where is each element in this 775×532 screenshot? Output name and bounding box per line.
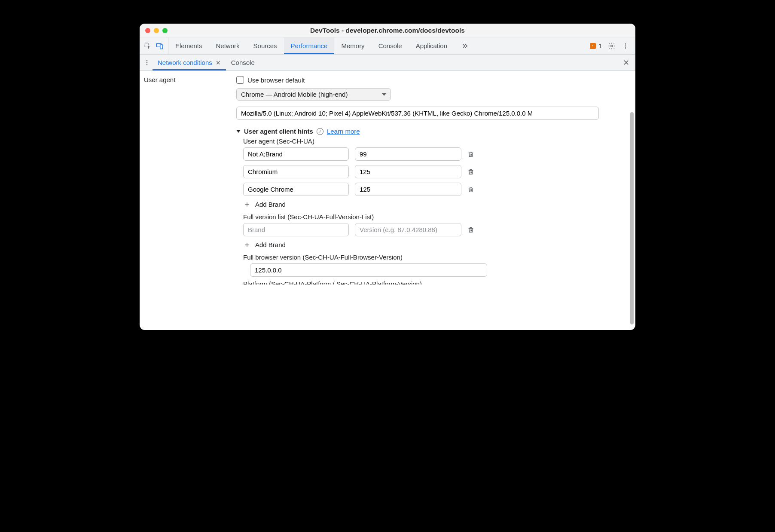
full-browser-version-label: Full browser version (Sec-CH-UA-Full-Bro… [243,254,601,261]
panel-tabs: Elements Network Sources Performance Mem… [168,37,476,54]
add-brand-label: Add Brand [255,241,286,248]
devtools-window: DevTools - developer.chrome.com/docs/dev… [140,24,635,330]
tab-performance[interactable]: Performance [284,37,335,54]
svg-point-8 [146,60,148,61]
delete-row-icon[interactable] [467,226,475,234]
drawer-tab-label: Network conditions [158,59,212,66]
svg-rect-2 [160,45,163,49]
drawer-tab-network-conditions[interactable]: Network conditions ✕ [153,55,226,70]
device-toolbar-icon[interactable] [156,42,164,50]
delete-row-icon[interactable] [467,168,475,176]
user-agent-select-value: Chrome — Android Mobile (high-end) [241,91,348,98]
more-options-icon[interactable] [622,42,629,50]
tab-network[interactable]: Network [209,37,247,54]
plus-icon: ＋ [243,200,251,208]
brand-name-input[interactable] [243,165,349,178]
partial-next-section: Platform (Sec-CH-UA-Platform / Sec-CH-UA… [243,280,601,284]
minimize-window-button[interactable] [154,28,159,33]
add-brand-button-fv[interactable]: ＋ Add Brand [243,241,601,248]
sec-ch-ua-label: User agent (Sec-CH-UA) [243,138,601,145]
main-tabstrip: Elements Network Sources Performance Mem… [140,37,635,55]
delete-row-icon[interactable] [467,150,475,158]
close-drawer-icon[interactable]: ✕ [620,58,632,67]
full-browser-version-input[interactable] [250,263,487,277]
drawer-more-icon[interactable] [141,59,153,66]
client-hints-title: User agent client hints [244,128,313,135]
issues-badge[interactable]: 1 [590,43,602,49]
user-agent-select[interactable]: Chrome — Android Mobile (high-end) [236,88,391,101]
issue-icon [590,43,596,49]
user-agent-string-input[interactable] [236,107,599,120]
section-label: User agent [140,71,236,330]
svg-point-9 [146,62,148,63]
brand-row [243,183,601,196]
titlebar: DevTools - developer.chrome.com/docs/dev… [140,24,635,37]
delete-row-icon[interactable] [467,186,475,193]
drawer-tab-console[interactable]: Console [226,55,260,70]
tab-elements[interactable]: Elements [168,37,209,54]
brand-version-input[interactable] [355,147,461,161]
issues-count: 1 [598,43,602,49]
inspect-element-icon[interactable] [144,42,152,50]
learn-more-link[interactable]: Learn more [327,128,360,135]
client-hints-section-header[interactable]: User agent client hints i Learn more [236,128,601,135]
fv-brand-input[interactable] [243,223,349,236]
full-version-list-label: Full version list (Sec-CH-UA-Full-Versio… [243,213,601,220]
zoom-window-button[interactable] [162,28,168,33]
fv-version-input[interactable] [355,223,461,236]
window-controls [140,28,168,33]
info-icon[interactable]: i [317,128,323,135]
drawer-tabstrip: Network conditions ✕ Console ✕ [140,55,635,71]
brand-name-input[interactable] [243,147,349,161]
svg-point-4 [611,45,613,47]
chevron-down-icon [382,93,386,96]
use-browser-default-label: Use browser default [247,76,305,84]
full-version-list [243,223,601,236]
plus-icon: ＋ [243,241,251,248]
brand-row [243,223,601,236]
chevron-right-double-icon [461,42,469,50]
scrollbar[interactable] [630,112,634,324]
svg-point-10 [146,64,148,65]
more-tabs-button[interactable] [454,37,476,54]
add-brand-label: Add Brand [255,201,286,208]
brand-list [243,147,601,196]
window-title: DevTools - developer.chrome.com/docs/dev… [140,27,635,34]
tab-console[interactable]: Console [372,37,409,54]
brand-row [243,147,601,161]
use-browser-default-checkbox[interactable] [236,76,244,84]
tab-sources[interactable]: Sources [247,37,284,54]
brand-name-input[interactable] [243,183,349,196]
close-tab-icon[interactable]: ✕ [216,59,221,66]
drawer-tab-label: Console [231,59,255,66]
svg-point-5 [625,43,626,45]
expand-triangle-icon [236,130,241,133]
settings-icon[interactable] [608,42,616,50]
brand-version-input[interactable] [355,183,461,196]
network-conditions-panel: User agent Use browser default Chrome — … [140,71,635,330]
tab-memory[interactable]: Memory [334,37,371,54]
brand-row [243,165,601,178]
add-brand-button[interactable]: ＋ Add Brand [243,200,601,208]
svg-point-7 [625,47,626,49]
tab-application[interactable]: Application [409,37,454,54]
brand-version-input[interactable] [355,165,461,178]
close-window-button[interactable] [145,28,150,33]
svg-point-6 [625,45,626,46]
